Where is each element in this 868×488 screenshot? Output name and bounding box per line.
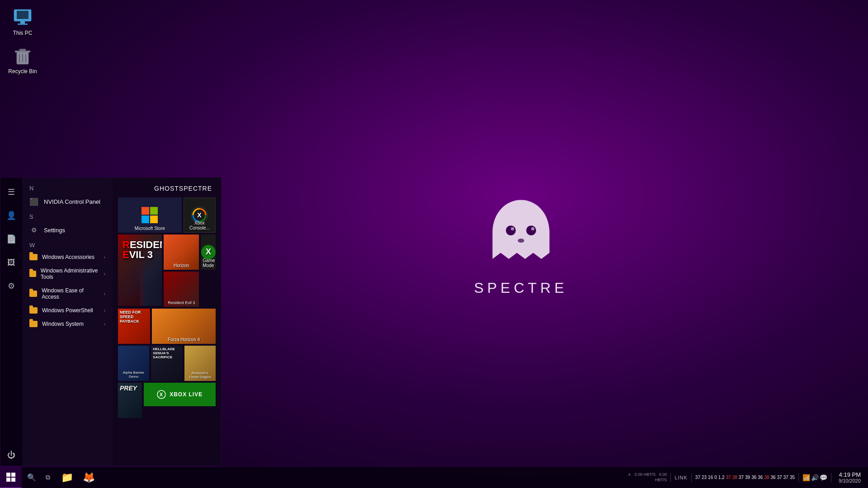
sound-tray-icon[interactable]: 🔊 [811,474,819,481]
num-37-3: 37 [739,475,744,480]
num-37-5: 37 [783,475,788,480]
windows-accessories-label: Windows Accessories [42,254,94,260]
re3-sm-label: Resident Evil 3 [165,300,197,305]
this-pc-icon[interactable]: This PC [5,5,41,38]
recycle-bin-icon-img [12,45,33,66]
ac-tile[interactable]: Assassin's Creed Origins [184,346,216,381]
windows-ease-access-folder[interactable]: Windows Ease of Access › [22,284,113,304]
folder-icon-ease [29,291,37,297]
taskbar-apps: 📁 🦊 [56,467,624,488]
firefox-app[interactable]: 🦊 [78,467,99,488]
num-16: 16 [708,475,713,480]
ac-label: Assassin's Creed Origins [186,371,214,379]
folder-icon-accessories [29,254,38,260]
chevron-accessories: › [104,255,105,260]
num-38-1: 38 [732,475,737,480]
task-view-icon: ⧉ [46,474,50,481]
hw-stat-1: 0.00 HBT/S [635,472,656,477]
tiles-area: GHOSTSPECTRE Microsoft Store X [113,178,221,466]
app-list: N ⬛ NVIDIA Control Panel S ⚙ Settings W … [22,178,113,466]
num-37-4: 37 [777,475,782,480]
sidebar-settings[interactable]: ⚙ [0,275,22,297]
settings-app[interactable]: ⚙ Settings [22,222,113,238]
num-1-2: 1.2 [718,475,725,480]
svg-rect-6 [17,11,28,19]
start-button[interactable] [0,467,22,488]
file-explorer-app[interactable]: 📁 [56,467,78,488]
sidebar-hamburger[interactable]: ☰ [0,181,22,203]
svg-rect-10 [15,51,30,52]
notification-tray-icon[interactable]: 💬 [820,474,827,481]
bloodstained-label: Alpha Backer Demo [120,371,147,379]
start-menu: ☰ 👤 📄 🖼 ⚙ ⏻ N ⬛ NVIDIA Control Panel S ⚙ [0,177,222,466]
sidebar-photos[interactable]: 🖼 [0,252,22,273]
xbox-live-tile[interactable]: X XBOX LIVE [144,383,216,406]
this-pc-label: This PC [13,30,33,36]
num-36-3: 36 [771,475,776,480]
windows-accessories-folder[interactable]: Windows Accessories › [22,250,113,264]
nfs-text: NEED FOR SPEED PAYBACK [120,310,150,324]
windows-admin-tools-folder[interactable]: Windows Administrative Tools › [22,264,113,284]
spectre-text: SPECTRE [474,280,567,296]
firefox-icon: 🦊 [83,472,95,483]
microsoft-store-tile[interactable]: Microsoft Store [118,197,182,233]
re3-sm-tile[interactable]: Resident Evil 3 [164,272,199,307]
re3-e2: E [123,249,129,260]
horizon-tile[interactable]: Horizon [164,235,199,270]
svg-rect-11 [19,49,26,51]
forza-tile[interactable]: Forza Horizon 4 [152,309,216,344]
re3-tile[interactable]: RESIDENT EVIL 3 [118,235,162,306]
sidebar-user[interactable]: 👤 [0,205,22,226]
num-35: 35 [790,475,795,480]
windows-powershell-folder[interactable]: Windows PowerShell › [22,304,113,317]
prey-tile[interactable]: PREY [118,383,142,418]
num-37-1: 37 [695,475,700,480]
windows-system-folder[interactable]: Windows System › [22,317,113,331]
this-pc-icon-img [12,6,33,28]
svg-rect-7 [20,21,25,23]
search-button[interactable]: 🔍 [24,469,40,486]
xbox-console-tile[interactable]: X Xbox Console... [184,197,216,233]
prey-text: PREY [120,385,137,392]
sidebar-power[interactable]: ⏻ [0,444,22,466]
svg-rect-8 [18,23,28,25]
hw-stats-row2: HBT/S [628,478,667,483]
folder-icon-system [29,321,38,327]
power-icon: ⏻ [7,450,15,460]
nvidia-control-panel[interactable]: ⬛ NVIDIA Control Panel [22,193,113,210]
network-tray-icon[interactable]: 📶 [802,474,810,481]
folder-icon-admin [29,271,36,277]
ms-store-label: Microsoft Store [120,226,180,231]
sidebar-documents[interactable]: 📄 [0,228,22,250]
documents-icon: 📄 [6,234,16,244]
tray-divider-4 [831,473,831,482]
nfs-tile[interactable]: NEED FOR SPEED PAYBACK [118,309,150,344]
recycle-bin-label: Recycle Bin [8,68,37,75]
bloodstained-tile[interactable]: Alpha Backer Demo [118,346,149,381]
clock-area[interactable]: 4:19 PM 9/10/2020 [835,470,864,484]
section-n-header: N [22,181,113,193]
game-mode-tile[interactable]: X Game Mode [201,235,216,270]
task-view-button[interactable]: ⧉ [40,469,56,486]
windows-powershell-label: Windows PowerShell [42,307,93,314]
num-36-2: 36 [758,475,763,480]
game-mode-label: Game Mode [203,258,214,268]
svg-point-0 [506,225,516,235]
hw-up-arrow: ∧ [628,472,631,477]
windows-admin-tools-label: Windows Administrative Tools [41,267,99,280]
recycle-bin-icon[interactable]: Recycle Bin [5,43,41,76]
hw-stat-2: 0.00 [659,472,667,477]
chevron-ease: › [104,291,105,296]
settings-app-label: Settings [44,227,65,234]
tray-divider-2 [691,473,692,482]
windows-logo-icon [6,473,15,482]
section-s-header: S [22,210,113,222]
num-38-2: 38 [764,475,769,480]
spectre-logo: SPECTRE [474,192,567,296]
hellblade-tile[interactable]: HELLBLADESENUA'S SACRIFICE [151,346,182,381]
svg-text:X: X [198,211,202,219]
taskbar: 🔍 ⧉ 📁 🦊 ∧ 0.00 HBT/S 0.00 HBT/S [0,466,868,488]
nvidia-icon: ⬛ [29,197,38,206]
link-label: LINK [675,475,687,480]
xbox-live-label: XBOX LIVE [170,391,203,398]
